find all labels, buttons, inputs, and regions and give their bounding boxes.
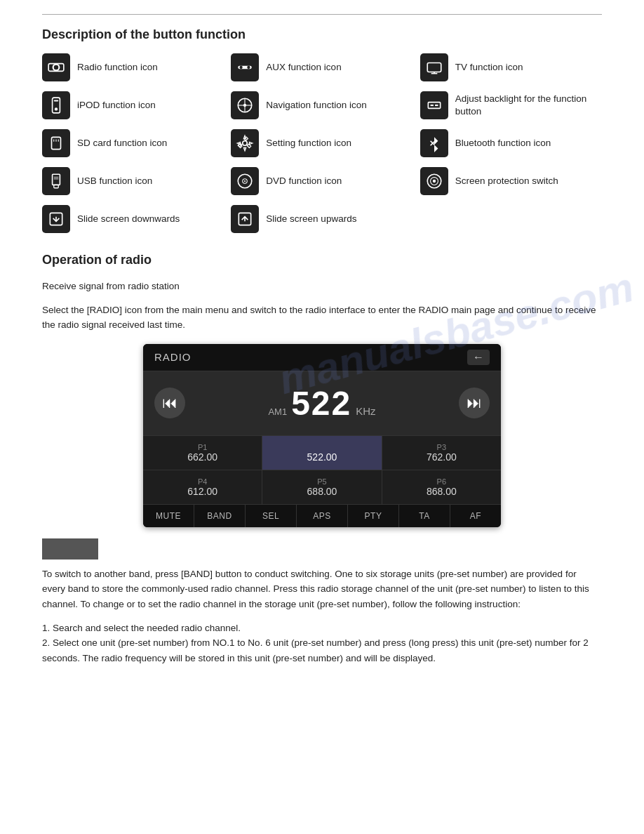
preset-p6[interactable]: P6 868.00 [382, 470, 501, 504]
body-text1: To switch to another band, press [BAND] … [42, 567, 602, 612]
aux-label: AUX function icon [266, 61, 341, 74]
icon-item-usb: USB function icon [42, 167, 224, 195]
svg-rect-28 [54, 177, 59, 180]
aux-icon [236, 58, 254, 77]
slideup-label: Slide screen upwards [266, 213, 356, 225]
radio-header-label: RADIO [154, 351, 192, 363]
svg-point-1 [54, 65, 59, 70]
icon-item-ipod: iPOD function icon [42, 91, 224, 119]
preset-p3[interactable]: P3 762.00 [382, 436, 501, 470]
radio-band-label: AM1 [268, 406, 287, 417]
backlight-icon [425, 96, 443, 114]
preset-p4[interactable]: P4 612.00 [143, 470, 262, 504]
icon-item-dvd: DVD function icon [231, 167, 412, 195]
aux-icon-box [231, 53, 259, 81]
ipod-label: iPOD function icon [77, 99, 156, 112]
icon-item-setting: Setting function icon [231, 129, 412, 157]
setting-icon-box [231, 129, 259, 157]
svg-rect-11 [54, 100, 59, 101]
radio-freq-row: AM1 522 KHz [268, 384, 375, 423]
svg-point-5 [248, 66, 250, 69]
radio-header: RADIO ← [143, 344, 501, 371]
slideup-icon [236, 210, 254, 228]
icon-item-sd: SD card function icon [42, 129, 224, 157]
bt-label: Bluetooth function icon [455, 137, 551, 150]
ctrl-band[interactable]: BAND [194, 505, 246, 527]
svg-rect-27 [54, 185, 59, 187]
icon-grid: Radio function icon AUX function icon TV… [42, 53, 602, 233]
slidedown-icon-box [42, 205, 70, 233]
slidedown-icon [47, 210, 65, 228]
usb-label: USB function icon [77, 175, 152, 187]
slidedown-label: Slide screen downwards [77, 213, 180, 225]
screenprotect-label: Screen protection switch [455, 175, 558, 187]
radio-freq-area: AM1 522 KHz [268, 384, 375, 423]
icon-item-aux: AUX function icon [231, 53, 412, 81]
usb-icon-box [42, 167, 70, 195]
radio-presets-row2: P4 612.00 P5 688.00 P6 868.00 [143, 470, 501, 504]
svg-point-31 [244, 180, 246, 182]
sd-icon-box [42, 129, 70, 157]
section2-heading: Operation of radio [42, 253, 602, 267]
setting-icon [236, 134, 254, 152]
radio-controls: MUTE BAND SEL APS PTY TA AF [143, 504, 501, 527]
icon-item-slideup: Slide screen upwards [231, 205, 412, 233]
svg-rect-19 [52, 137, 61, 149]
svg-point-4 [240, 66, 243, 69]
icon-item-tv: TV function icon [420, 53, 602, 81]
body-text2: 1. Search and select the needed radio ch… [42, 621, 602, 666]
preset-p5[interactable]: P5 688.00 [262, 470, 382, 504]
icon-item-screenprotect: Screen protection switch [420, 167, 602, 195]
radio-back-button[interactable]: ← [467, 350, 490, 365]
section2: Operation of radio Receive signal from r… [42, 253, 602, 666]
radio-icon-box [42, 53, 70, 81]
svg-rect-16 [428, 102, 440, 109]
radio-freq-unit: KHz [356, 405, 375, 417]
svg-rect-18 [435, 105, 438, 106]
svg-point-23 [243, 141, 248, 146]
bt-icon-box [420, 129, 448, 157]
icon-item-backlight: Adjust backlight for the function button [420, 91, 602, 119]
nav-icon [236, 96, 254, 114]
ctrl-pty[interactable]: PTY [348, 505, 399, 527]
setting-label: Setting function icon [266, 137, 351, 150]
ctrl-mute[interactable]: MUTE [143, 505, 194, 527]
section1-heading: Description of the button function [42, 27, 602, 42]
screenprotect-icon [425, 172, 443, 190]
dvd-icon-box [231, 167, 259, 195]
radio-freq-num: 522 [291, 384, 351, 423]
radio-ui: RADIO ← ⏮ AM1 522 KHz ⏭ P1 662.00 522.00 [143, 344, 501, 527]
svg-rect-17 [430, 105, 433, 106]
icon-item-nav: Navigation function icon [231, 91, 412, 119]
preset-active[interactable]: 522.00 [262, 436, 382, 470]
sd-icon [47, 134, 65, 152]
bt-icon [425, 134, 443, 152]
tv-icon-box [420, 53, 448, 81]
preset-p1[interactable]: P1 662.00 [143, 436, 262, 470]
usb-icon [47, 172, 65, 190]
ctrl-ta[interactable]: TA [399, 505, 450, 527]
nav-icon-box [231, 91, 259, 119]
radio-display: ⏮ AM1 522 KHz ⏭ [143, 371, 501, 435]
radio-icon [47, 58, 65, 77]
slideup-icon-box [231, 205, 259, 233]
intro-line1: Receive signal from radio station [42, 279, 602, 294]
svg-point-34 [432, 180, 435, 183]
radio-prev-button[interactable]: ⏮ [154, 388, 185, 418]
ipod-icon [47, 96, 65, 114]
intro-line2: Select the [RADIO] icon from the main me… [42, 303, 602, 333]
screenprotect-icon-box [420, 167, 448, 195]
icon-item-bt: Bluetooth function icon [420, 129, 602, 157]
icon-item-slidedown: Slide screen downwards [42, 205, 224, 233]
backlight-label: Adjust backlight for the function button [455, 93, 602, 117]
dvd-label: DVD function icon [266, 175, 342, 187]
radio-next-button[interactable]: ⏭ [459, 388, 490, 418]
radio-presets-row1: P1 662.00 522.00 P3 762.00 [143, 435, 501, 470]
ctrl-af[interactable]: AF [450, 505, 501, 527]
ctrl-sel[interactable]: SEL [246, 505, 297, 527]
ctrl-aps[interactable]: APS [297, 505, 348, 527]
nav-label: Navigation function icon [266, 99, 366, 112]
color-block [42, 538, 98, 560]
backlight-icon-box [420, 91, 448, 119]
icon-item-radio: Radio function icon [42, 53, 224, 81]
